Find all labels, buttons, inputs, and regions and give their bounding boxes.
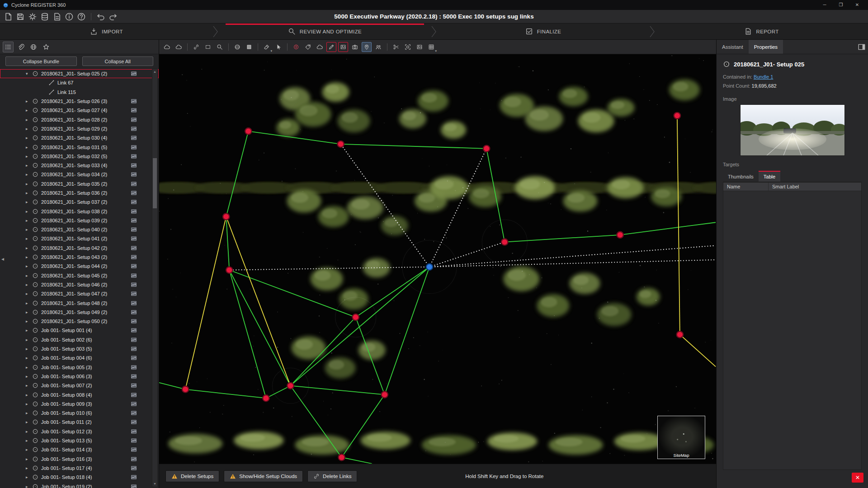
expand-caret-icon[interactable]: ▸ xyxy=(26,466,32,470)
expand-caret-icon[interactable]: ▸ xyxy=(26,356,32,360)
setup-node[interactable] xyxy=(337,141,344,147)
setup-thumbnail-icon[interactable] xyxy=(130,162,137,169)
setup-thumbnail-icon[interactable] xyxy=(130,226,137,233)
tree-item-setup[interactable]: ▸Job 001- Setup 004 (6) xyxy=(0,353,159,362)
setup-thumbnail-icon[interactable] xyxy=(130,144,137,150)
label-tool-icon[interactable] xyxy=(303,42,313,52)
setup-thumbnail-icon[interactable] xyxy=(130,181,137,187)
tree-item-setup[interactable]: ▸Job 001- Setup 007 (2) xyxy=(0,381,159,390)
setup-thumbnail-icon[interactable] xyxy=(130,199,137,205)
delete-setups-button[interactable]: Delete Setups xyxy=(165,470,219,482)
delete-links-button[interactable]: Delete Links xyxy=(307,470,357,482)
dismiss-notification-button[interactable]: ✕ xyxy=(852,473,863,483)
tree-item-setup[interactable]: ▸20180621_J01- Setup 047 (2) xyxy=(0,289,159,298)
favorites-view-icon[interactable] xyxy=(41,42,52,52)
expand-caret-icon[interactable]: ▸ xyxy=(26,438,32,443)
expand-caret-icon[interactable]: ▸ xyxy=(26,172,32,177)
close-button[interactable]: ✕ xyxy=(849,0,865,10)
setup-thumbnail-icon[interactable] xyxy=(130,153,137,160)
tree-item-setup[interactable]: ▸Job 001- Setup 001 (4) xyxy=(0,326,159,335)
setup-thumbnail-icon[interactable] xyxy=(130,456,137,462)
project-explorer-icon[interactable] xyxy=(3,42,14,52)
setup-panorama-thumbnail[interactable] xyxy=(740,104,845,156)
sitemap-canvas[interactable]: SiteMap xyxy=(159,54,716,464)
link-tool-icon[interactable] xyxy=(191,42,201,52)
setup-node[interactable] xyxy=(223,213,229,220)
setup-thumbnail-icon[interactable] xyxy=(130,327,137,333)
setup-thumbnail-icon[interactable] xyxy=(130,107,137,113)
tree-item-setup[interactable]: ▸20180621_J01- Setup 030 (4) xyxy=(0,133,159,142)
expand-caret-icon[interactable]: ▸ xyxy=(26,191,32,195)
setup-node[interactable] xyxy=(182,386,189,392)
tree-item-setup[interactable]: ▸Job 001- Setup 012 (3) xyxy=(0,427,159,436)
setup-thumbnail-icon[interactable] xyxy=(130,337,137,343)
expand-caret-icon[interactable]: ▸ xyxy=(26,374,32,379)
tree-item-setup[interactable]: ▸20180621_J01- Setup 041 (2) xyxy=(0,234,159,243)
redo-icon[interactable] xyxy=(108,12,118,21)
tree-item-setup[interactable]: ▸20180621_J01- Setup 035 (2) xyxy=(0,179,159,188)
zoom-window-tool-icon[interactable] xyxy=(215,42,225,52)
setup-node[interactable] xyxy=(245,128,251,134)
help-icon[interactable] xyxy=(77,12,86,21)
expand-caret-icon[interactable]: ▸ xyxy=(26,273,32,278)
expand-caret-icon[interactable]: ▸ xyxy=(26,209,32,214)
tree-item-setup[interactable]: ▾20180621_J01- Setup 025 (2) xyxy=(0,69,159,78)
setup-node[interactable] xyxy=(287,383,293,389)
setup-node[interactable] xyxy=(501,239,508,245)
setup-node[interactable] xyxy=(226,267,232,273)
setup-thumbnail-icon[interactable] xyxy=(130,437,137,444)
expand-caret-icon[interactable]: ▸ xyxy=(26,200,32,204)
map-view-icon[interactable] xyxy=(28,42,39,52)
expand-caret-icon[interactable]: ▸ xyxy=(26,117,32,122)
setup-thumbnail-icon[interactable] xyxy=(130,355,137,361)
eraser-tool-icon[interactable]: ▾ xyxy=(262,42,272,52)
tree-item-setup[interactable]: ▸Job 001- Setup 003 (5) xyxy=(0,344,159,353)
tree-item-setup[interactable]: ▸20180621_J01- Setup 048 (2) xyxy=(0,298,159,307)
setup-thumbnail-icon[interactable] xyxy=(130,419,137,425)
setup-thumbnail-icon[interactable] xyxy=(130,382,137,389)
group-tool-icon[interactable] xyxy=(373,42,383,52)
grid-options-icon[interactable]: ▾ xyxy=(426,42,436,52)
setup-node[interactable] xyxy=(338,454,344,460)
setup-thumbnail-icon[interactable] xyxy=(130,254,137,260)
setup-thumbnail-icon[interactable] xyxy=(130,428,137,435)
tree-item-setup[interactable]: ▸20180621_J01- Setup 032 (5) xyxy=(0,152,159,161)
tree-item-setup[interactable]: ▸20180621_J01- Setup 049 (2) xyxy=(0,308,159,317)
expand-caret-icon[interactable]: ▸ xyxy=(26,182,32,186)
tree-item-link[interactable]: Link 67 xyxy=(0,78,159,87)
expand-caret-icon[interactable]: ▸ xyxy=(26,484,32,488)
expand-caret-icon[interactable]: ▸ xyxy=(26,383,32,388)
setup-thumbnail-icon[interactable] xyxy=(130,410,137,416)
expand-caret-icon[interactable]: ▸ xyxy=(26,328,32,333)
scroll-up-arrow-icon[interactable]: ▲ xyxy=(152,69,157,75)
tree-item-setup[interactable]: ▸20180621_J01- Setup 031 (5) xyxy=(0,142,159,151)
expand-caret-icon[interactable]: ▸ xyxy=(26,429,32,434)
setup-node[interactable] xyxy=(617,232,623,238)
tree-item-setup[interactable]: ▸20180621_J01- Setup 026 (3) xyxy=(0,97,159,106)
setup-thumbnail-icon[interactable] xyxy=(130,291,137,297)
tree-item-setup[interactable]: ▸Job 001- Setup 002 (6) xyxy=(0,335,159,344)
expand-caret-icon[interactable]: ▸ xyxy=(26,457,32,461)
tree-item-setup[interactable]: ▸20180621_J01- Setup 034 (2) xyxy=(0,170,159,179)
links-view-icon[interactable] xyxy=(15,42,26,52)
fit-view-icon[interactable] xyxy=(403,42,413,52)
show-hide-setup-clouds-button[interactable]: Show/Hide Setup Clouds xyxy=(224,470,303,482)
scrollbar-thumb[interactable] xyxy=(153,158,157,208)
draw-tool-icon[interactable] xyxy=(326,42,336,52)
tree-item-setup[interactable]: ▸Job 001- Setup 009 (3) xyxy=(0,399,159,408)
setup-thumbnail-icon[interactable] xyxy=(130,208,137,215)
camera-tool-icon[interactable] xyxy=(350,42,360,52)
setup-thumbnail-icon[interactable] xyxy=(130,171,137,178)
tree-item-setup[interactable]: ▸Job 001- Setup 005 (3) xyxy=(0,363,159,372)
expand-caret-icon[interactable]: ▸ xyxy=(26,301,32,305)
setup-marker-tool-icon[interactable] xyxy=(291,42,301,52)
expand-caret-icon[interactable]: ▸ xyxy=(26,218,32,223)
tree-item-setup[interactable]: ▸20180621_J01- Setup 027 (4) xyxy=(0,106,159,115)
tree-item-setup[interactable]: ▸20180621_J01- Setup 038 (2) xyxy=(0,206,159,216)
setup-thumbnail-icon[interactable] xyxy=(130,272,137,279)
tree-item-setup[interactable]: ▸Job 001- Setup 014 (3) xyxy=(0,445,159,454)
expand-caret-icon[interactable]: ▸ xyxy=(26,447,32,452)
setup-node[interactable] xyxy=(674,113,680,119)
tree-item-setup[interactable]: ▸Job 001- Setup 006 (3) xyxy=(0,372,159,381)
setup-thumbnail-icon[interactable] xyxy=(130,401,137,407)
